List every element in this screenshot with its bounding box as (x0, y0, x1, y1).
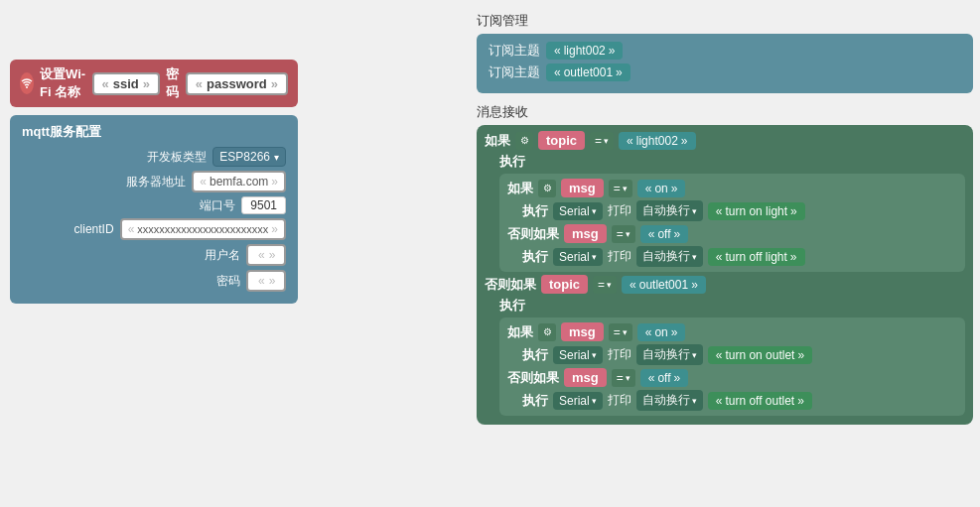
turn-on-light-string[interactable]: turn on light (708, 202, 805, 220)
mqtt-server-label: 服务器地址 (106, 174, 186, 190)
mqtt-board-dropdown[interactable]: ESP8266 (212, 147, 286, 167)
mqtt-server-value[interactable]: bemfa.com (192, 171, 286, 192)
turn-off-outlet-string[interactable]: turn off outlet (708, 392, 812, 410)
else-if-topic-row: 否则如果 topic = outlet001 (485, 275, 965, 294)
serial-block-1[interactable]: Serial (553, 202, 603, 220)
else-if-keyword-1: 否则如果 (507, 225, 559, 243)
subscribe-title: 订阅管理 (477, 12, 973, 30)
else-if-topic-keyword: 否则如果 (485, 276, 536, 294)
subscribe-label-2: 订阅主题 (489, 63, 540, 81)
wifi-ssid-block[interactable]: ssid (92, 72, 160, 95)
exec-label-off-1: 执行 (522, 248, 548, 266)
mqtt-password-value[interactable] (246, 270, 286, 292)
subscribe-row-2: 订阅主题 outlet001 (489, 63, 961, 81)
mqtt-port-value[interactable]: 9501 (241, 196, 286, 214)
mqtt-password-label: 密码 (161, 273, 240, 290)
serial-block-2[interactable]: Serial (553, 346, 603, 364)
wifi-icon (20, 72, 34, 94)
subscribe-value-2[interactable]: outlet001 (546, 63, 630, 81)
exec-label-1: 执行 (499, 153, 525, 171)
msg-block-1[interactable]: msg (561, 179, 604, 197)
serial-block-off-1[interactable]: Serial (553, 248, 603, 266)
inner-if-block-2: 如果 ⚙ msg = on 执行 Serial 打印 自动换行 turn on … (499, 317, 965, 416)
receive-container: 如果 ⚙ topic = light002 执行 如果 ⚙ ms (477, 125, 973, 425)
exec-serial-row-off-2: 执行 Serial 打印 自动换行 turn off outlet (522, 390, 957, 411)
turn-on-outlet-string[interactable]: turn on outlet (708, 346, 812, 364)
off-string-2[interactable]: off (640, 369, 689, 387)
exec-serial-label-2: 执行 (522, 346, 548, 364)
exec-row-2: 执行 (499, 297, 965, 315)
wifi-password-text: 密码 (166, 65, 180, 101)
inner-if-gear-2[interactable]: ⚙ (538, 323, 556, 341)
left-panel: 设置Wi-Fi 名称 ssid 密码 password mqtt服务配置 开发板… (10, 60, 298, 304)
exec-row-1: 执行 (499, 153, 965, 171)
wifi-block: 设置Wi-Fi 名称 ssid 密码 password (10, 60, 298, 107)
exec-serial-row-2: 执行 Serial 打印 自动换行 turn on outlet (522, 344, 957, 365)
outlet001-string[interactable]: outlet001 (622, 276, 706, 294)
msg-eq-else-1[interactable]: = (612, 225, 635, 243)
mqtt-block: mqtt服务配置 开发板类型 ESP8266 服务器地址 bemfa.com 端… (10, 115, 298, 304)
off-string-1[interactable]: off (640, 225, 689, 243)
turn-off-light-string[interactable]: turn off light (708, 248, 805, 266)
exec-label-off-2: 执行 (522, 392, 548, 410)
serial-block-off-2[interactable]: Serial (553, 392, 603, 410)
on-string-1[interactable]: on (637, 180, 686, 197)
wifi-password-block[interactable]: password (186, 72, 288, 95)
if-topic-row: 如果 ⚙ topic = light002 (485, 131, 965, 150)
msg-block-else-1[interactable]: msg (564, 224, 607, 243)
else-if-keyword-2: 否则如果 (507, 369, 559, 387)
if-keyword: 如果 (485, 132, 510, 150)
print-label-2: 打印 (608, 346, 631, 363)
auto-block-1[interactable]: 自动换行 (636, 200, 703, 221)
light002-string[interactable]: light002 (619, 132, 695, 150)
if-gear[interactable]: ⚙ (515, 132, 533, 150)
mqtt-username-value[interactable] (246, 244, 286, 266)
mqtt-clientid-label: clientID (35, 222, 114, 236)
msg-eq-1[interactable]: = (609, 180, 632, 197)
subscribe-label-1: 订阅主题 (489, 42, 540, 60)
topic-block-1[interactable]: topic (538, 131, 585, 150)
eq-op-2[interactable]: = (593, 276, 617, 294)
msg-eq-else-2[interactable]: = (612, 369, 635, 387)
mqtt-row-password: 密码 (22, 270, 286, 292)
inner-if-keyword-2: 如果 (507, 323, 533, 341)
subscribe-value-1[interactable]: light002 (546, 42, 623, 60)
eq-op-1[interactable]: = (590, 132, 614, 150)
mqtt-username-label: 用户名 (161, 247, 240, 264)
wifi-label: 设置Wi-Fi 名称 (40, 65, 86, 101)
msg-block-else-2[interactable]: msg (564, 368, 607, 387)
print-label-1: 打印 (608, 202, 631, 219)
else-if-row-2: 否则如果 msg = off (507, 368, 957, 387)
subscribe-block: 订阅主题 light002 订阅主题 outlet001 (477, 34, 973, 93)
msg-eq-2[interactable]: = (609, 323, 632, 341)
exec-serial-label-1: 执行 (522, 202, 548, 220)
exec-area-1: 执行 如果 ⚙ msg = on 执行 Serial 打印 (499, 153, 965, 272)
mqtt-clientid-value[interactable]: xxxxxxxxxxxxxxxxxxxxxxxx (120, 218, 286, 240)
receive-title: 消息接收 (477, 103, 973, 121)
auto-block-2[interactable]: 自动换行 (636, 344, 703, 365)
svg-point-0 (26, 86, 28, 88)
mqtt-row-server: 服务器地址 bemfa.com (22, 171, 286, 192)
msg-block-2[interactable]: msg (561, 322, 604, 341)
canvas: 设置Wi-Fi 名称 ssid 密码 password mqtt服务配置 开发板… (0, 0, 980, 507)
exec-serial-row-1: 执行 Serial 打印 自动换行 turn on light (522, 200, 957, 221)
inner-if-block-1: 如果 ⚙ msg = on 执行 Serial 打印 自动换行 turn on … (499, 174, 965, 272)
else-if-row-1: 否则如果 msg = off (507, 224, 957, 243)
auto-block-off-1[interactable]: 自动换行 (636, 246, 703, 267)
mqtt-title: mqtt服务配置 (22, 123, 286, 141)
subscribe-row-1: 订阅主题 light002 (489, 42, 961, 60)
mqtt-row-board: 开发板类型 ESP8266 (22, 147, 286, 167)
mqtt-port-label: 端口号 (156, 197, 235, 214)
on-string-2[interactable]: on (637, 323, 686, 341)
mqtt-row-port: 端口号 9501 (22, 196, 286, 214)
inner-if-row-1: 如果 ⚙ msg = on (507, 179, 957, 197)
inner-if-row-2: 如果 ⚙ msg = on (507, 322, 957, 341)
topic-block-2[interactable]: topic (541, 275, 588, 294)
auto-block-off-2[interactable]: 自动换行 (636, 390, 703, 411)
inner-if-gear-1[interactable]: ⚙ (538, 180, 556, 197)
exec-serial-row-off-1: 执行 Serial 打印 自动换行 turn off light (522, 246, 957, 267)
exec-area-2: 执行 如果 ⚙ msg = on 执行 Serial 打印 (499, 297, 965, 416)
print-label-off-2: 打印 (608, 392, 631, 409)
print-label-off-1: 打印 (608, 248, 631, 265)
exec-label-2: 执行 (499, 297, 525, 315)
